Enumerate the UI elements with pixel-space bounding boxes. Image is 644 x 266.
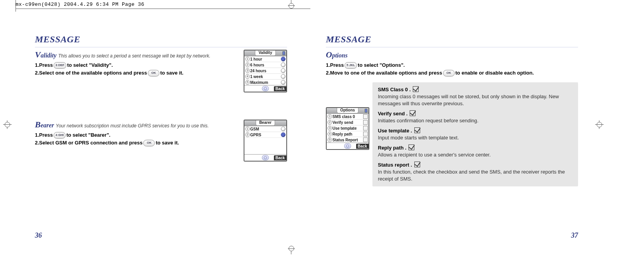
list-item[interactable]: 2Verify send — [327, 120, 369, 125]
checkbox-icon[interactable] — [363, 114, 368, 119]
heading-rest: earer — [41, 122, 54, 129]
list-item-label: GSM — [250, 127, 281, 131]
row-number: 3 — [327, 126, 332, 130]
nav-icon[interactable] — [262, 86, 269, 91]
list-item-label: GPRS — [250, 133, 281, 137]
step-text: to select "Options". — [358, 61, 405, 69]
checkbox-icon[interactable] — [363, 132, 368, 136]
key-5-icon: 5 JKL — [345, 62, 357, 69]
list-item[interactable]: 26 hours — [244, 62, 286, 68]
nav-icon[interactable] — [344, 143, 351, 149]
heading-sub: This allows you to select a period a sen… — [58, 53, 210, 59]
row-number: 1 — [245, 127, 250, 131]
list-item[interactable]: 4Reply path — [327, 131, 369, 137]
page-37: MESSAGE Options 1.Press 5 JKL to select … — [303, 19, 597, 243]
registration-mark-icon — [287, 246, 296, 254]
radio-icon[interactable] — [281, 127, 286, 131]
opt-desc: Input mode starts with template text. — [378, 134, 573, 141]
scroll-indicator-icon — [282, 51, 285, 55]
step-text: 1.Press — [35, 131, 53, 139]
checkbox-icon[interactable] — [363, 120, 368, 125]
screenshot-validity: Validity 11 hour 26 hours 324 hours 41 w… — [244, 50, 287, 92]
list-item-label: 24 hours — [250, 69, 281, 73]
step-text: to select "Bearer". — [66, 131, 111, 139]
row-number: 1 — [327, 114, 332, 119]
phone-list: 11 hour 26 hours 324 hours 41 week 5Maxi… — [244, 56, 286, 85]
page-number: 37 — [571, 231, 578, 240]
heading-sub: Your network subscription must include G… — [56, 123, 209, 129]
list-item-label: 1 week — [250, 75, 281, 79]
registration-mark-icon — [287, 0, 296, 9]
radio-icon[interactable] — [281, 132, 286, 137]
row-number: 4 — [327, 132, 332, 136]
list-item[interactable]: 11 hour — [244, 56, 286, 62]
list-item-label: Use template — [332, 126, 363, 130]
list-item-label: 1 hour — [250, 57, 281, 61]
checkbox-icon — [413, 86, 419, 92]
subheading-bearer: Bearer Your network subscription must in… — [35, 120, 239, 130]
list-item[interactable]: 3Use template — [327, 125, 369, 131]
screenshot-bearer: Bearer 1GSM 2GPRS Back — [244, 120, 287, 162]
step-line: 2.Select one of the available options an… — [35, 69, 239, 77]
list-item-label: Reply path — [332, 132, 363, 136]
nav-icon[interactable] — [262, 155, 269, 160]
radio-icon[interactable] — [281, 63, 286, 67]
opt-title: Verify send . — [378, 111, 409, 116]
radio-icon[interactable] — [281, 68, 286, 73]
heading-cap: V — [35, 50, 41, 59]
checkbox-icon — [414, 127, 420, 133]
radio-icon[interactable] — [281, 74, 286, 79]
step-text: 1.Press — [35, 61, 53, 69]
step-text: to save it. — [160, 69, 184, 77]
back-button[interactable]: Back — [274, 155, 286, 160]
step-text: 1.Press — [326, 61, 344, 69]
section-validity: Validity This allows you to select a per… — [35, 50, 287, 92]
list-item[interactable]: 41 week — [244, 74, 286, 80]
checkbox-icon[interactable] — [363, 137, 368, 142]
list-item[interactable]: 1GSM — [244, 126, 286, 132]
phone-list: 1GSM 2GPRS — [244, 126, 286, 137]
opt-desc: Allows a recipient to use a sender's ser… — [378, 151, 573, 158]
back-button[interactable]: Back — [274, 86, 286, 91]
list-item[interactable]: 324 hours — [244, 68, 286, 74]
list-item-label: Status Report — [332, 138, 363, 142]
list-item[interactable]: 2GPRS — [244, 132, 286, 137]
radio-icon[interactable] — [281, 57, 286, 61]
heading-cap: B — [35, 120, 41, 129]
checkbox-icon — [414, 162, 420, 167]
phone-title: Validity — [255, 50, 275, 56]
list-item[interactable]: 5Maximum — [244, 80, 286, 85]
checkbox-icon[interactable] — [363, 126, 368, 130]
step-text: 2.Move to one of the available options a… — [326, 69, 442, 77]
section-bearer: Bearer Your network subscription must in… — [35, 120, 287, 162]
checkbox-icon — [409, 144, 414, 150]
step-line: 1.Press 5 JKL to select "Options". — [326, 61, 578, 69]
list-item-label: Maximum — [250, 80, 281, 85]
scroll-indicator-icon — [365, 109, 367, 113]
row-number: 3 — [245, 68, 250, 73]
phone-list: 1SMS class 0 2Verify send 3Use template … — [327, 114, 369, 143]
row-number: 2 — [327, 120, 332, 125]
list-item[interactable]: 5Status Report — [327, 137, 369, 143]
page-title: MESSAGE — [35, 34, 287, 47]
step-text: to enable or disable each option. — [455, 69, 534, 77]
heading-rest: ptions — [332, 52, 348, 59]
list-item[interactable]: 1SMS class 0 — [327, 114, 369, 120]
subheading-options: Options — [326, 50, 578, 60]
back-button[interactable]: Back — [356, 144, 369, 149]
step-line: 1.Press 4 GHI to select "Bearer". — [35, 131, 239, 139]
subheading-validity: Validity This allows you to select a per… — [35, 50, 239, 60]
row-number: 2 — [245, 132, 250, 137]
row-number: 5 — [245, 80, 250, 85]
key-3-icon: 3 DEF — [54, 62, 66, 69]
key-4-icon: 4 GHI — [54, 132, 66, 139]
checkbox-icon — [410, 110, 415, 116]
key-ok-icon: OK — [143, 140, 155, 146]
step-line: 2.Select GSM or GPRS connection and pres… — [35, 139, 239, 147]
print-job-header: mx-c99en(0428) 2004.4.29 6:34 PM Page 36 — [16, 2, 144, 7]
radio-icon[interactable] — [281, 80, 286, 85]
opt-title: SMS Class 0 . — [378, 87, 412, 92]
opt-title: Status report . — [378, 162, 414, 168]
row-number: 4 — [245, 74, 250, 79]
step-text: to select "Validity". — [67, 61, 113, 69]
